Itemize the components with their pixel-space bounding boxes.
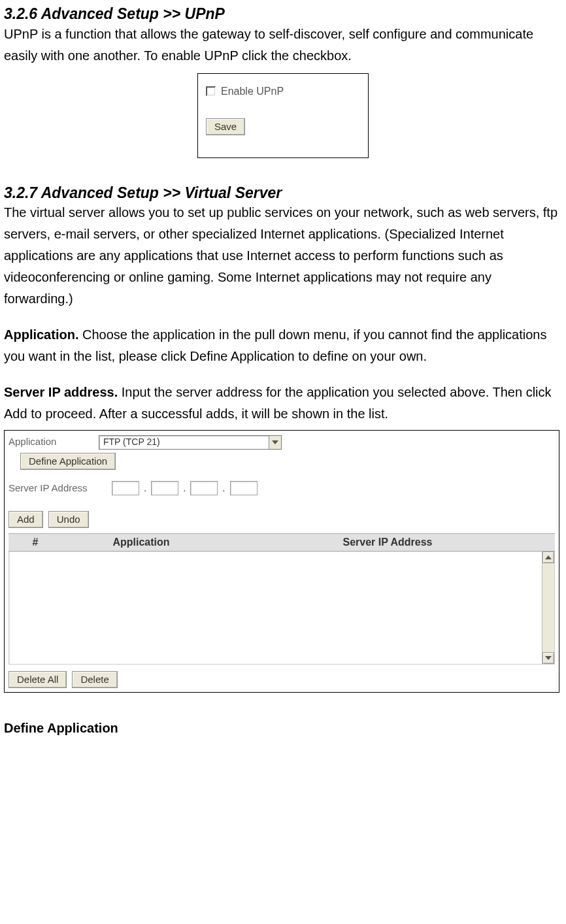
add-button[interactable]: Add bbox=[8, 511, 43, 528]
ip-octet-3-input[interactable] bbox=[190, 481, 218, 495]
save-button[interactable]: Save bbox=[206, 118, 245, 135]
virtual-server-figure: Application FTP (TCP 21) Define Applicat… bbox=[4, 430, 559, 693]
dropdown-arrow-icon[interactable] bbox=[269, 436, 281, 449]
define-application-heading: Define Application bbox=[4, 718, 562, 739]
scroll-down-icon[interactable] bbox=[542, 652, 554, 664]
delete-all-button[interactable]: Delete All bbox=[8, 671, 67, 688]
server-ip-field-label: Server IP Address bbox=[8, 480, 108, 497]
ip-octet-1-input[interactable] bbox=[112, 481, 139, 495]
undo-button[interactable]: Undo bbox=[48, 511, 89, 528]
application-select[interactable]: FTP (TCP 21) bbox=[99, 435, 282, 450]
application-label: Application. bbox=[4, 327, 78, 342]
application-paragraph: Application. Choose the application in t… bbox=[4, 324, 562, 367]
upnp-figure: Enable UPnP Save bbox=[197, 73, 369, 158]
col-header-server-ip: Server IP Address bbox=[220, 534, 555, 551]
section-heading-virtual-server: 3.2.7 Advanced Setup >> Virtual Server bbox=[4, 184, 562, 203]
vs-list-body[interactable] bbox=[9, 552, 542, 664]
ip-octet-2-input[interactable] bbox=[151, 481, 178, 495]
section-heading-upnp: 3.2.6 Advanced Setup >> UPnP bbox=[4, 5, 562, 24]
vertical-scrollbar[interactable] bbox=[542, 552, 554, 664]
delete-button[interactable]: Delete bbox=[72, 671, 117, 688]
col-header-number: # bbox=[8, 534, 63, 551]
vs-description-text: The virtual server allows you to set up … bbox=[4, 202, 562, 310]
upnp-description-text: UPnP is a function that allows the gatew… bbox=[4, 24, 562, 67]
ip-octet-4-input[interactable] bbox=[230, 481, 258, 495]
server-ip-label: Server IP address. bbox=[4, 385, 118, 399]
vs-table-header: # Application Server IP Address bbox=[8, 533, 555, 552]
application-field-label: Application bbox=[8, 434, 93, 450]
application-select-value: FTP (TCP 21) bbox=[103, 435, 160, 450]
application-text: Choose the application in the pull down … bbox=[4, 327, 546, 363]
scroll-up-icon[interactable] bbox=[542, 552, 554, 563]
define-application-button[interactable]: Define Application bbox=[20, 453, 116, 470]
enable-upnp-label: Enable UPnP bbox=[221, 83, 284, 100]
enable-upnp-checkbox[interactable] bbox=[206, 86, 216, 96]
col-header-application: Application bbox=[63, 534, 220, 551]
server-ip-paragraph: Server IP address. Input the server addr… bbox=[4, 382, 562, 425]
vs-list-area bbox=[8, 552, 555, 665]
